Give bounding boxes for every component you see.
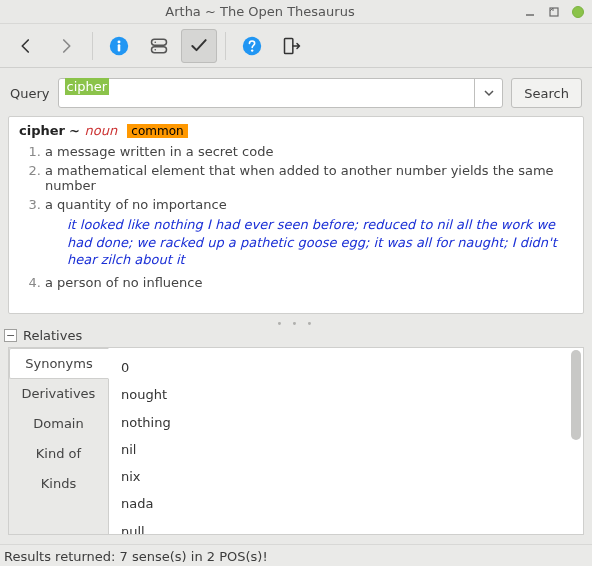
toolbar-separator [92,32,93,60]
relatives-list[interactable]: 0 nought nothing nil nix nada null [109,348,583,534]
svg-point-8 [154,48,156,50]
definition-item: a quantity of no importance it looked li… [45,197,573,269]
tab-kind-of[interactable]: Kind of [9,439,108,469]
entry-header: cipher ~ noun common [19,123,573,138]
tab-kinds[interactable]: Kinds [9,469,108,499]
info-button[interactable] [101,29,137,63]
maximize-button[interactable] [546,4,562,20]
svg-rect-11 [285,38,293,53]
pane-splitter[interactable]: • • • [0,318,592,328]
collapse-button[interactable]: − [4,329,17,342]
entry-frequency: common [127,124,187,138]
window-title: Artha ~ The Open Thesaurus [6,4,514,19]
relatives-body: Synonyms Derivatives Domain Kind of Kind… [8,347,584,535]
toolbar [0,24,592,68]
list-item[interactable]: nix [121,463,571,490]
query-value: cipher [65,78,110,95]
list-item[interactable]: nil [121,436,571,463]
query-dropdown[interactable] [474,79,502,107]
query-row: Query cipher Search [0,68,592,116]
svg-point-10 [251,49,253,51]
tab-domain[interactable]: Domain [9,409,108,439]
list-item[interactable]: nada [121,490,571,517]
relatives-list-wrap: 0 nought nothing nil nix nada null [109,348,583,534]
svg-point-3 [118,40,121,43]
tilde: ~ [69,123,84,138]
quit-button[interactable] [274,29,310,63]
list-item[interactable]: 0 [121,354,571,381]
titlebar: Artha ~ The Open Thesaurus [0,0,592,24]
relatives-header: − Relatives [0,328,592,347]
definition-item: a person of no influence [45,275,573,290]
scrollbar[interactable] [571,350,581,532]
grip-icon: • • • [276,318,315,329]
help-icon [241,35,263,57]
svg-rect-5 [152,39,167,45]
relatives-heading: Relatives [23,328,82,343]
mode-button[interactable] [141,29,177,63]
example-text: it looked like nothing I had ever seen b… [67,216,573,269]
info-icon [108,35,130,57]
tab-derivatives[interactable]: Derivatives [9,379,108,409]
search-input[interactable]: cipher [59,79,475,107]
chevron-down-icon [484,88,494,98]
definition-item: a mathematical element that when added t… [45,163,573,193]
help-button[interactable] [234,29,270,63]
definition-text: a quantity of no importance [45,197,227,212]
back-button[interactable] [8,29,44,63]
toolbar-separator [225,32,226,60]
scrollbar-thumb[interactable] [571,350,581,440]
mode-icon [149,36,169,56]
definition-item: a message written in a secret code [45,144,573,159]
definition-list: a message written in a secret code a mat… [27,144,573,290]
minimize-button[interactable] [522,4,538,20]
forward-button[interactable] [48,29,84,63]
svg-rect-4 [118,44,121,51]
check-icon [189,36,209,56]
exit-icon [282,36,302,56]
query-input-wrap: cipher [58,78,504,108]
tab-synonyms[interactable]: Synonyms [9,348,109,379]
status-bar: Results returned: 7 sense(s) in 2 POS(s)… [0,544,592,566]
definitions-pane: cipher ~ noun common a message written i… [8,116,584,314]
svg-point-7 [154,41,156,43]
check-button[interactable] [181,29,217,63]
list-item[interactable]: nought [121,381,571,408]
query-label: Query [10,86,50,101]
list-item[interactable]: nothing [121,409,571,436]
search-button[interactable]: Search [511,78,582,108]
list-item[interactable]: null [121,518,571,534]
close-button[interactable] [570,4,586,20]
close-icon [572,6,584,18]
minus-icon: − [6,330,15,341]
entry-pos: noun [85,123,118,138]
relatives-tabs: Synonyms Derivatives Domain Kind of Kind… [9,348,109,534]
svg-rect-6 [152,46,167,52]
entry-word: cipher [19,123,65,138]
